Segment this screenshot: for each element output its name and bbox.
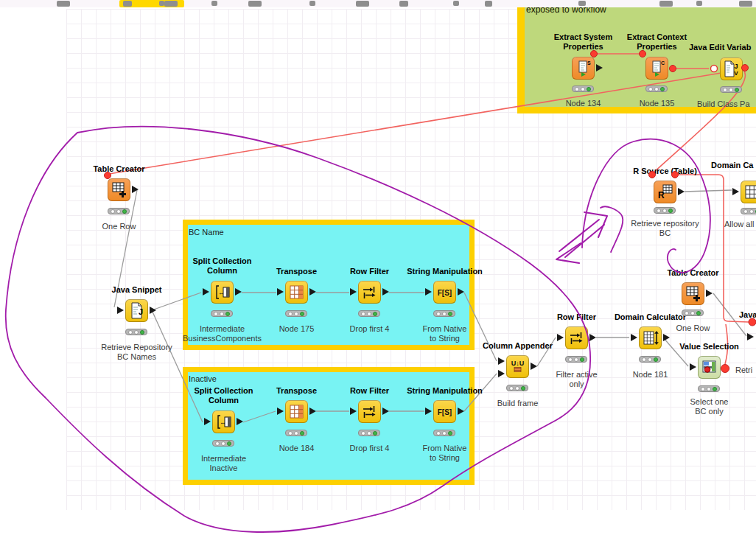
node-transpose[interactable]: Transpose Node 184 <box>285 400 308 423</box>
node-label: Java Edit Variab <box>689 43 751 52</box>
input-port[interactable] <box>631 334 637 341</box>
input-port[interactable] <box>117 307 124 314</box>
output-port[interactable] <box>458 288 464 296</box>
node-comment: Retrieve repository BC <box>606 219 724 237</box>
svg-text:F[S]: F[S] <box>438 289 452 297</box>
node-transpose[interactable]: Transpose Node 175 <box>285 281 308 304</box>
node-label: R Source (Table) <box>606 167 724 176</box>
row-filter-icon <box>358 281 381 304</box>
svg-text:J: J <box>734 63 738 70</box>
split-collection-icon: ↔ <box>212 410 235 433</box>
transpose-icon <box>285 281 308 304</box>
output-port[interactable] <box>132 186 139 193</box>
traffic-light <box>358 430 380 436</box>
strip-chip <box>399 1 408 7</box>
node-string-manipulation[interactable]: F[S] String Manipulation From Native to … <box>433 281 456 304</box>
node-label: Column Appender <box>459 341 577 351</box>
traffic-light <box>682 310 704 316</box>
input-port[interactable] <box>747 333 754 340</box>
connection[interactable] <box>152 293 201 310</box>
node-comment: From Native to String <box>386 324 504 343</box>
traffic-light <box>565 356 587 363</box>
input-port[interactable] <box>498 357 505 365</box>
node-label: Table Creator <box>60 164 178 174</box>
node-java-snippet[interactable]: J Java Snippet Retrieve Repository BC Na… <box>125 299 148 322</box>
node-java-edit-variable[interactable]: J V Java Edit Variab Build Class Pa <box>720 57 743 80</box>
node-row-filter[interactable]: Row Filter Drop first 4 <box>358 281 381 304</box>
output-port[interactable] <box>458 408 464 415</box>
input-port[interactable] <box>204 418 211 425</box>
node-comment: Select one BC only <box>651 397 756 416</box>
input-port[interactable] <box>277 408 284 415</box>
output-port[interactable] <box>309 408 316 415</box>
input-port[interactable] <box>425 288 432 296</box>
input-port[interactable] <box>425 408 432 415</box>
split-collection-icon: ↔ <box>211 281 234 304</box>
node-comment: Retrieve Repository BC Names <box>78 343 196 361</box>
output-port[interactable] <box>663 334 670 341</box>
traffic-light <box>741 208 756 214</box>
output-port[interactable] <box>678 188 685 195</box>
node-extract-context-properties[interactable]: C Extract Context Properties Node 135 <box>645 57 668 80</box>
node-label: String Manipulation <box>386 386 504 396</box>
extract-context-properties-icon: C <box>645 57 668 80</box>
output-port[interactable] <box>150 307 156 314</box>
output-port[interactable] <box>596 64 603 71</box>
output-port[interactable] <box>706 290 713 297</box>
input-port[interactable] <box>732 188 739 195</box>
value-selection-icon <box>698 356 721 379</box>
node-comment: One Row <box>634 324 752 333</box>
java-edit-variable-icon: J V <box>720 57 743 80</box>
table-creator-icon <box>108 178 130 201</box>
node-split-collection-column[interactable]: ↔ Split Collection Column Intermediate I… <box>212 410 235 433</box>
input-port[interactable] <box>350 288 357 296</box>
node-table-creator[interactable]: Table Creator One Row <box>108 178 130 201</box>
svg-text:V: V <box>734 70 738 77</box>
output-port[interactable] <box>589 334 596 341</box>
input-port[interactable] <box>498 370 505 377</box>
input-port[interactable] <box>277 288 284 296</box>
output-port[interactable] <box>382 408 389 415</box>
node-comment: Node 181 <box>592 370 710 380</box>
node-row-filter[interactable]: Row Filter Filter active only <box>565 326 588 349</box>
traffic-light <box>108 208 130 214</box>
output-port[interactable] <box>235 288 242 296</box>
output-port[interactable] <box>309 288 316 296</box>
output-port[interactable] <box>531 363 537 370</box>
output-port[interactable] <box>237 418 243 425</box>
java-snippet-icon: J <box>125 299 148 322</box>
strip-chip <box>356 1 369 7</box>
connection[interactable] <box>685 190 732 192</box>
node-table-creator[interactable]: Table Creator One Row <box>682 282 704 305</box>
traffic-light <box>285 310 307 317</box>
output-port[interactable] <box>382 288 389 296</box>
traffic-light <box>125 329 147 335</box>
input-port[interactable] <box>350 408 357 415</box>
node-comment: Build frame <box>459 399 577 408</box>
connection[interactable] <box>243 411 276 422</box>
node-label: Table Creator <box>634 268 752 278</box>
input-port[interactable] <box>557 334 564 341</box>
node-comment: Allow all <box>724 220 754 229</box>
strip-chip <box>739 1 752 7</box>
traffic-light <box>645 85 668 92</box>
node-comment-java-edge: Retri <box>735 366 752 374</box>
node-extract-system-properties[interactable]: S Extract System Properties Node 134 <box>572 57 595 80</box>
node-string-manipulation[interactable]: F[S] String Manipulation From Native to … <box>433 400 456 423</box>
row-filter-icon <box>358 400 381 423</box>
input-port[interactable] <box>690 363 696 371</box>
node-row-filter[interactable]: Row Filter Drop first 4 <box>358 400 381 423</box>
node-domain-calculator-edge[interactable]: Domain Ca Allow all <box>741 181 756 203</box>
input-port[interactable] <box>203 288 209 296</box>
node-label: String Manipulation <box>386 267 504 276</box>
flow-variable-connection[interactable] <box>654 70 746 172</box>
node-value-selection[interactable]: Value Selection Select one BC only <box>698 356 721 379</box>
traffic-light <box>433 310 455 317</box>
traffic-light <box>654 207 676 214</box>
svg-text:C: C <box>661 60 665 66</box>
traffic-light <box>698 385 720 392</box>
node-split-collection-column[interactable]: ↔ Split Collection Column Intermediate B… <box>211 281 234 304</box>
strip-chip <box>248 1 262 7</box>
traffic-light <box>212 440 234 447</box>
node-r-source-table[interactable]: R R Source (Table) Retrieve repository B… <box>654 181 676 203</box>
